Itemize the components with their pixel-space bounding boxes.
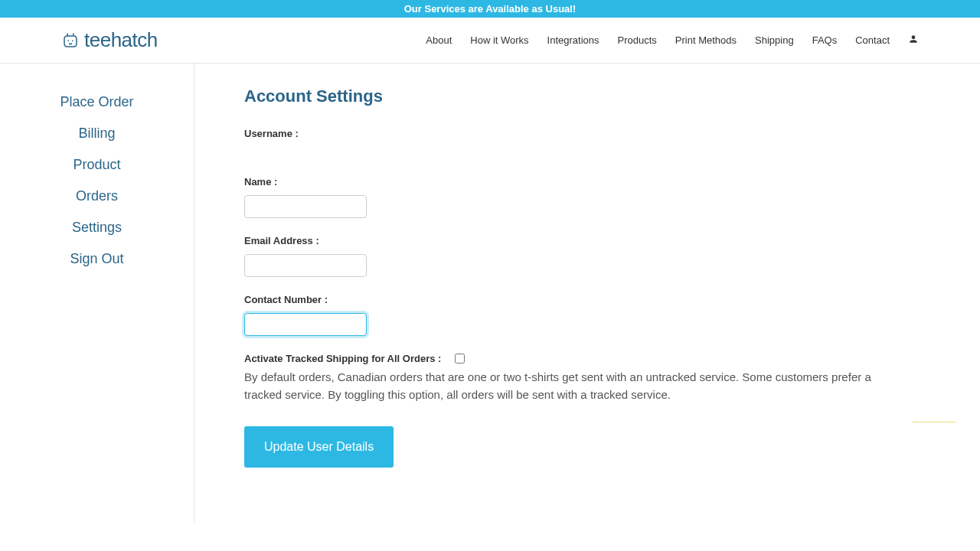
contact-input[interactable] [244,313,367,336]
email-field-group: Email Address : [244,235,884,277]
tracked-shipping-row: Activate Tracked Shipping for All Orders… [244,353,884,364]
page-title: Account Settings [244,86,884,106]
header: teehatch About How it Works Integrations… [0,18,980,64]
username-label: Username : [244,128,884,139]
email-label: Email Address : [244,235,884,246]
sidebar-item-place-order[interactable]: Place Order [15,86,178,118]
tracked-shipping-label: Activate Tracked Shipping for All Orders… [244,353,441,364]
nav-how-it-works[interactable]: How it Works [470,34,528,46]
nav-faqs[interactable]: FAQs [812,34,838,46]
sidebar-item-orders[interactable]: Orders [15,181,178,212]
name-input[interactable] [244,195,367,218]
name-field-group: Name : [244,176,884,218]
email-input[interactable] [244,254,367,277]
announcement-text: Our Services are Available as Usual! [404,3,577,15]
nav-shipping[interactable]: Shipping [755,34,794,46]
nav-user-account[interactable] [908,34,919,47]
sidebar-item-settings[interactable]: Settings [15,212,178,243]
decorative-accent [913,422,956,422]
nav-print-methods[interactable]: Print Methods [675,34,737,46]
main-nav: About How it Works Integrations Products… [426,34,919,47]
main-content: Account Settings Username : Name : Email… [194,64,929,523]
nav-products[interactable]: Products [618,34,657,46]
user-icon [908,34,919,44]
nav-integrations[interactable]: Integrations [547,34,599,46]
tracked-shipping-checkbox[interactable] [455,354,465,364]
sidebar-item-sign-out[interactable]: Sign Out [15,243,178,275]
announcement-bar: Our Services are Available as Usual! [0,0,980,18]
update-user-details-button[interactable]: Update User Details [244,426,394,468]
brand-name: teehatch [84,28,158,52]
nav-about[interactable]: About [426,34,452,46]
sidebar: Place Order Billing Product Orders Setti… [0,64,194,523]
name-label: Name : [244,176,884,187]
nav-contact[interactable]: Contact [855,34,890,46]
logo[interactable]: teehatch [61,28,158,52]
sidebar-item-product[interactable]: Product [15,149,178,181]
contact-label: Contact Number : [244,294,884,305]
logo-icon [61,31,80,50]
tracked-shipping-help: By default orders, Canadian orders that … [244,369,884,403]
username-field-group: Username : [244,128,884,139]
sidebar-item-billing[interactable]: Billing [15,118,178,149]
contact-field-group: Contact Number : [244,294,884,336]
